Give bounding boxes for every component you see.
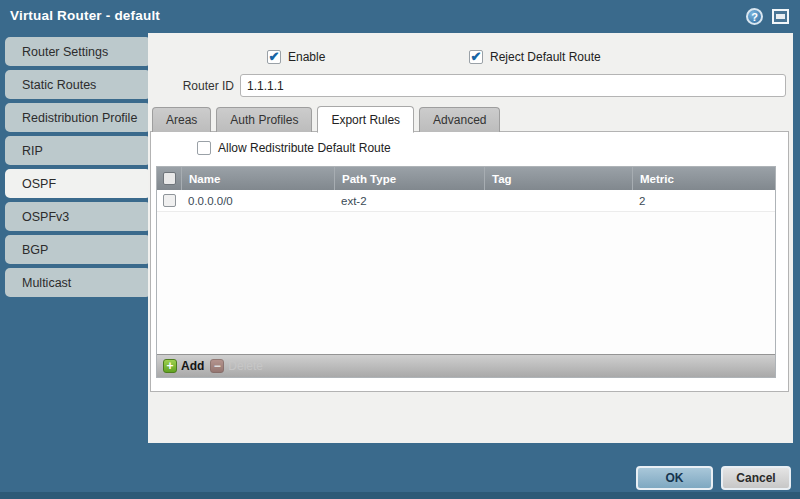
tab-label: Areas [166,113,197,127]
column-header-tag[interactable]: Tag [484,167,632,190]
router-id-input[interactable] [240,74,786,97]
sidebar-item-label: OSPFv3 [22,210,69,224]
row-tag-cell[interactable] [484,190,632,211]
window-restore-icon[interactable] [772,9,789,24]
table-toolbar: + Add − Delete [157,354,775,377]
router-id-label: Router ID [158,79,234,93]
sidebar-item-ospf[interactable]: OSPF [5,169,149,198]
delete-button-label: Delete [228,359,263,373]
check-icon: ✔ [269,50,280,63]
column-header-name[interactable]: Name [181,167,334,190]
sidebar-item-bgp[interactable]: BGP [5,235,149,264]
help-icon[interactable]: ? [746,8,763,25]
sidebar-item-rip[interactable]: RIP [5,136,149,165]
export-rules-panel: Allow Redistribute Default Route Name Pa… [150,131,789,392]
allow-redistribute-checkbox[interactable] [197,141,211,155]
reject-default-route-checkbox[interactable]: ✔ [469,50,483,64]
sidebar-item-label: Static Routes [22,78,96,92]
window-restore-icon-bar [776,14,785,19]
row-name-cell[interactable]: 0.0.0.0/0 [181,190,334,211]
sidebar-item-label: Multicast [22,276,71,290]
sidebar-item-ospfv3[interactable]: OSPFv3 [5,202,149,231]
minus-icon: − [210,359,224,373]
tab-auth-profiles[interactable]: Auth Profiles [216,107,312,132]
row-checkbox[interactable] [163,194,176,207]
table-header-row: Name Path Type Tag Metric [157,167,775,190]
column-header-path-type[interactable]: Path Type [334,167,484,190]
select-all-checkbox[interactable] [163,172,176,185]
sidebar: Router Settings Static Routes Redistribu… [0,33,148,499]
tab-advanced[interactable]: Advanced [419,107,500,132]
enable-checkbox-row: ✔ Enable [267,50,325,64]
table-empty-area [157,212,775,354]
sidebar-item-label: OSPF [22,177,56,191]
tab-label: Advanced [433,113,486,127]
bottom-border-strip [0,492,800,499]
delete-button[interactable]: − Delete [210,359,263,373]
sidebar-item-static-routes[interactable]: Static Routes [5,70,149,99]
sidebar-item-multicast[interactable]: Multicast [5,268,149,297]
reject-default-route-label: Reject Default Route [490,50,601,64]
tab-strip: Areas Auth Profiles Export Rules Advance… [152,106,505,132]
allow-redistribute-label: Allow Redistribute Default Route [218,141,391,155]
tab-export-rules[interactable]: Export Rules [317,106,414,133]
cancel-button[interactable]: Cancel [721,466,791,490]
select-all-cell [157,167,181,190]
row-path-type-cell[interactable]: ext-2 [334,190,484,211]
dialog-title: Virtual Router - default [10,8,160,23]
add-button-label: Add [181,359,204,373]
ok-button[interactable]: OK [636,466,713,490]
sidebar-item-router-settings[interactable]: Router Settings [5,37,149,66]
tab-label: Auth Profiles [230,113,298,127]
table-row[interactable]: 0.0.0.0/0 ext-2 2 [157,190,775,212]
sidebar-item-label: Redistribution Profile [22,111,137,125]
allow-redistribute-checkbox-row: Allow Redistribute Default Route [197,141,391,155]
sidebar-item-label: Router Settings [22,45,108,59]
sidebar-item-label: RIP [22,144,43,158]
row-select-cell [157,190,181,211]
reject-default-route-checkbox-row: ✔ Reject Default Route [469,50,601,64]
tab-areas[interactable]: Areas [152,107,211,132]
enable-label: Enable [288,50,325,64]
check-icon: ✔ [471,50,482,63]
row-metric-cell[interactable]: 2 [632,190,775,211]
column-header-metric[interactable]: Metric [632,167,775,190]
plus-icon: + [163,359,177,373]
enable-checkbox[interactable]: ✔ [267,50,281,64]
export-rules-table: Name Path Type Tag Metric 0.0.0.0/0 ext-… [156,166,776,378]
tab-label: Export Rules [331,113,400,127]
add-button[interactable]: + Add [163,359,204,373]
sidebar-item-label: BGP [22,243,48,257]
content-panel: ✔ Enable ✔ Reject Default Route Router I… [148,33,793,443]
sidebar-item-redistribution-profile[interactable]: Redistribution Profile [5,103,149,132]
title-bar: Virtual Router - default ? [0,0,800,33]
